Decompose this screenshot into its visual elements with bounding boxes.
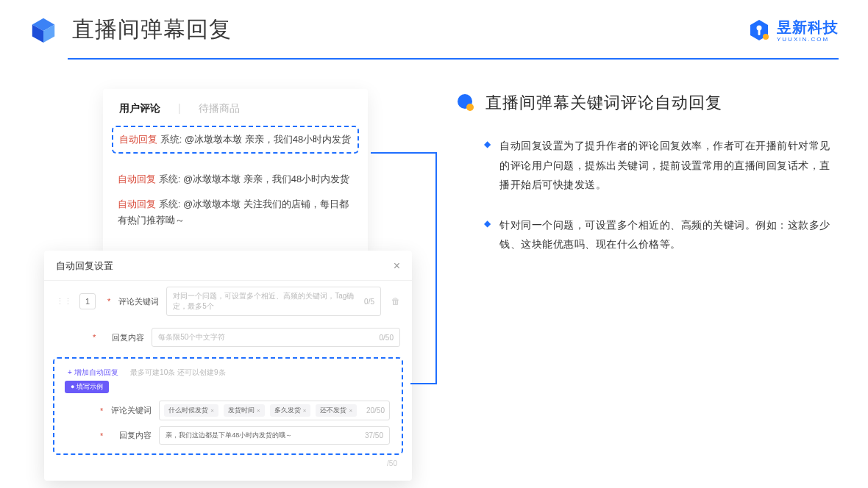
ex-content-value: 亲，我们这边都是下单48小时内发货的哦～ bbox=[166, 431, 292, 440]
connector-line bbox=[435, 152, 437, 384]
ex-keyword-input[interactable]: 什么时候发货× 发货时间× 多久发货× 还不发货× 20/50 bbox=[159, 401, 390, 420]
svg-point-7 bbox=[466, 104, 474, 111]
cube-icon bbox=[29, 16, 57, 44]
example-content-row: * 回复内容 亲，我们这边都是下单48小时内发货的哦～ 37/50 bbox=[59, 423, 397, 448]
keyword-input[interactable]: 对同一个问题，可设置多个相近、高频的关键词，Tag确定，最多5个 0/5 bbox=[166, 287, 381, 316]
tag-chip[interactable]: 什么时候发货× bbox=[164, 404, 218, 417]
example-box: + 增加自动回复 最多可建10条 还可以创建9条 ● 填写示例 * 评论关键词 … bbox=[53, 357, 403, 455]
tab-user-comments[interactable]: 用户评论 bbox=[119, 102, 160, 115]
example-keyword-row: * 评论关键词 什么时候发货× 发货时间× 多久发货× 还不发货× 20/50 bbox=[59, 398, 397, 423]
tab-pending-products[interactable]: 待播商品 bbox=[199, 102, 240, 115]
right-description: 直播间弹幕关键词评论自动回复 ◆ 自动回复设置为了提升作者的评论回复效率，作者可… bbox=[456, 89, 839, 442]
diamond-icon: ◆ bbox=[484, 218, 491, 254]
header-left: 直播间弹幕回复 bbox=[29, 15, 232, 45]
required-icon: * bbox=[100, 406, 103, 415]
diamond-icon: ◆ bbox=[484, 139, 491, 195]
comment-text: @冰墩墩本墩 亲亲，我们48小时内发货 bbox=[183, 173, 349, 184]
bullet-item: ◆ 针对同一个问题，可设置多个相近的、高频的关键词。例如：这款多少钱、这块能优惠… bbox=[456, 215, 839, 254]
tag-chip[interactable]: 还不发货× bbox=[316, 404, 357, 417]
section-head: 直播间弹幕关键词评论自动回复 bbox=[456, 92, 839, 114]
brand-name: 昱新科技 bbox=[777, 18, 839, 37]
system-label: 系统: bbox=[160, 134, 182, 145]
bubble-icon bbox=[456, 93, 475, 112]
main-content: 用户评论 | 待播商品 自动回复 系统: @冰墩墩本墩 亲亲，我们48小时内发货… bbox=[0, 60, 868, 442]
ex-keyword-label: 评论关键词 bbox=[110, 405, 152, 416]
ex-content-label: 回复内容 bbox=[110, 430, 152, 441]
comments-tabs: 用户评论 | 待播商品 bbox=[103, 102, 368, 126]
close-icon[interactable]: × bbox=[394, 259, 400, 273]
drag-icon[interactable]: ⋮⋮ bbox=[56, 297, 72, 306]
comments-panel: 用户评论 | 待播商品 自动回复 系统: @冰墩墩本墩 亲亲，我们48小时内发货… bbox=[103, 89, 368, 255]
tag-chip[interactable]: 发货时间× bbox=[224, 404, 265, 417]
keyword-placeholder: 对同一个问题，可设置多个相近、高频的关键词，Tag确定，最多5个 bbox=[173, 291, 364, 312]
settings-panel: 自动回复设置 × ⋮⋮ 1 * 评论关键词 对同一个问题，可设置多个相近、高频的… bbox=[44, 251, 412, 481]
svg-point-5 bbox=[763, 34, 769, 40]
ex-kw-counter: 20/50 bbox=[366, 406, 385, 415]
required-icon: * bbox=[93, 333, 96, 342]
tag-chip[interactable]: 多久发货× bbox=[270, 404, 311, 417]
settings-title: 自动回复设置 bbox=[56, 259, 113, 273]
content-counter: 0/50 bbox=[380, 334, 394, 342]
comment-row: 自动回复 系统: @冰墩墩本墩 亲亲，我们48小时内发货 bbox=[103, 167, 368, 192]
tab-divider: | bbox=[178, 102, 181, 115]
bullet-text: 自动回复设置为了提升作者的评论回复效率，作者可在开播前针对常见的评论用户问题，提… bbox=[499, 136, 839, 195]
comment-row: 自动回复 系统: @冰墩墩本墩 亲亲，我们48小时内发货 bbox=[119, 132, 352, 148]
keyword-row: ⋮⋮ 1 * 评论关键词 对同一个问题，可设置多个相近、高频的关键词，Tag确定… bbox=[44, 281, 412, 322]
keyword-counter: 0/5 bbox=[364, 298, 374, 306]
required-icon: * bbox=[107, 297, 110, 306]
connector-line bbox=[410, 383, 437, 384]
auto-reply-badge: 自动回复 bbox=[118, 173, 156, 184]
brand-text-block: 昱新科技 YUUXIN.COM bbox=[777, 18, 839, 43]
comment-text: @冰墩墩本墩 亲亲，我们48小时内发货 bbox=[185, 134, 351, 145]
page-header: 直播间弹幕回复 昱新科技 YUUXIN.COM bbox=[0, 0, 868, 45]
section-title: 直播间弹幕关键词评论自动回复 bbox=[485, 92, 722, 114]
extra-counter: /50 bbox=[44, 459, 412, 467]
settings-header: 自动回复设置 × bbox=[44, 259, 412, 281]
bullet-text: 针对同一个问题，可设置多个相近的、高频的关键词。例如：这款多少钱、这块能优惠吗、… bbox=[499, 215, 839, 254]
tag-remove-icon[interactable]: × bbox=[210, 407, 214, 414]
add-hint: 最多可建10条 还可以创建9条 bbox=[130, 368, 225, 376]
add-row: + 增加自动回复 最多可建10条 还可以创建9条 bbox=[59, 365, 397, 378]
bullet-item: ◆ 自动回复设置为了提升作者的评论回复效率，作者可在开播前针对常见的评论用户问题… bbox=[456, 136, 839, 195]
comment-row: 自动回复 系统: @冰墩墩本墩 关注我们的店铺，每日都有热门推荐呦～ bbox=[103, 192, 368, 233]
content-placeholder: 每条限50个中文字符 bbox=[158, 332, 225, 342]
tag-remove-icon[interactable]: × bbox=[257, 407, 260, 414]
system-label: 系统: bbox=[159, 198, 181, 209]
content-row: * 回复内容 每条限50个中文字符 0/50 bbox=[44, 322, 412, 353]
tag-remove-icon[interactable]: × bbox=[303, 407, 307, 414]
ex-content-counter: 37/50 bbox=[365, 431, 383, 439]
left-mockups: 用户评论 | 待播商品 自动回复 系统: @冰墩墩本墩 亲亲，我们48小时内发货… bbox=[44, 89, 427, 442]
page-title: 直播间弹幕回复 bbox=[72, 15, 232, 45]
tag-list: 什么时候发货× 发货时间× 多久发货× 还不发货× bbox=[164, 404, 360, 417]
system-label: 系统: bbox=[159, 173, 181, 184]
brand-logo: 昱新科技 YUUXIN.COM bbox=[747, 18, 839, 43]
connector-line bbox=[371, 152, 437, 154]
index-box: 1 bbox=[79, 293, 96, 309]
required-icon: * bbox=[100, 431, 103, 440]
svg-rect-4 bbox=[758, 29, 761, 35]
auto-reply-badge: 自动回复 bbox=[118, 198, 156, 209]
brand-url: YUUXIN.COM bbox=[777, 36, 829, 43]
content-label: 回复内容 bbox=[103, 332, 144, 343]
auto-reply-badge: 自动回复 bbox=[119, 134, 157, 145]
ex-content-input[interactable]: 亲，我们这边都是下单48小时内发货的哦～ 37/50 bbox=[159, 426, 390, 445]
highlighted-comment: 自动回复 系统: @冰墩墩本墩 亲亲，我们48小时内发货 bbox=[112, 126, 359, 154]
tag-remove-icon[interactable]: × bbox=[349, 407, 352, 414]
keyword-label: 评论关键词 bbox=[118, 296, 159, 307]
add-auto-reply-link[interactable]: + 增加自动回复 bbox=[62, 367, 124, 378]
content-input[interactable]: 每条限50个中文字符 0/50 bbox=[152, 328, 400, 347]
delete-icon[interactable]: 🗑 bbox=[391, 296, 400, 306]
example-badge: ● 填写示例 bbox=[65, 381, 109, 393]
brand-icon bbox=[747, 18, 771, 42]
